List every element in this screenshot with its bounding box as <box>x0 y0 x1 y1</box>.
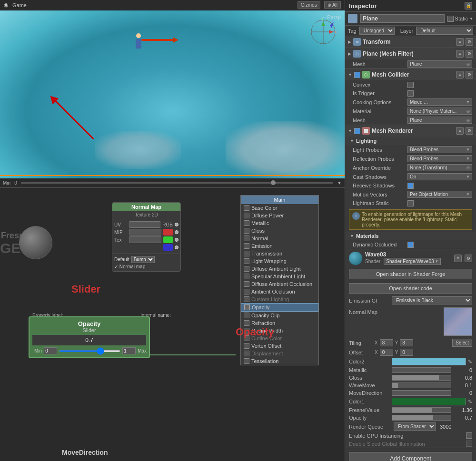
convex-checkbox[interactable] <box>407 82 414 88</box>
bump-select[interactable]: Bump <box>131 256 155 263</box>
all-button[interactable]: ⊕ All <box>324 1 341 9</box>
transform-arrow: ▶ <box>348 39 351 44</box>
wave-shader-dropdown[interactable]: Shader Forge/Wave03 ▼ <box>384 258 441 265</box>
add-component-button[interactable]: Add Component <box>349 452 472 461</box>
menu-cb-da <box>244 266 249 272</box>
cooking-options-value[interactable]: Mixed ... ▼ <box>407 98 472 106</box>
gizmos-button[interactable]: Gizmos <box>298 1 320 9</box>
dynamic-occluded-label: Dynamic Occluded <box>353 242 407 247</box>
obj-name-field[interactable] <box>360 14 445 23</box>
wave-mat-menu[interactable]: ≡ <box>454 255 462 262</box>
mesh-collider-checkbox[interactable] <box>354 72 360 78</box>
wave-mat-settings[interactable]: ⚙ <box>465 255 472 262</box>
mc-material-value[interactable]: None (Physic Materi... ◎ <box>407 108 472 115</box>
max-value-field[interactable] <box>122 347 136 354</box>
menu-opacity[interactable]: Opacity <box>241 303 318 312</box>
opacity-value: 0.7 <box>453 415 472 421</box>
color2-swatch[interactable] <box>392 358 466 365</box>
mesh-filter-settings-icon[interactable]: ⚙ <box>466 50 473 58</box>
mesh-filter-header[interactable]: ▶ ⊟ Plane (Mesh Filter) ≡ ⚙ <box>345 48 476 59</box>
tag-dropdown[interactable]: Untagged <box>359 27 395 35</box>
lighting-subheader[interactable]: ▼ Lighting <box>345 137 476 145</box>
menu-diffuse-ambient[interactable]: Diffuse Ambient Light <box>241 265 318 273</box>
tiling-y-field[interactable] <box>400 339 413 346</box>
offset-y-field[interactable] <box>400 349 413 356</box>
color2-edit-icon[interactable]: ✎ <box>468 359 472 365</box>
motion-vectors-row: Motion Vectors Per Object Motion ▼ <box>345 190 476 199</box>
mesh-renderer-checkbox[interactable] <box>354 128 360 134</box>
rgb-output[interactable] <box>175 223 178 226</box>
transform-icon: ⊕ <box>353 38 361 46</box>
mesh-renderer-header[interactable]: ▼ ⬜ Mesh Renderer ≡ ⚙ <box>345 125 476 137</box>
normal-map-preview[interactable] <box>444 307 472 336</box>
menu-gloss[interactable]: Gloss <box>241 227 318 235</box>
mesh-filter-section: ▶ ⊟ Plane (Mesh Filter) ≡ ⚙ Mesh Plane ◎ <box>345 48 476 69</box>
menu-custom-lighting[interactable]: Custom Lighting <box>241 295 318 303</box>
object-bar: Static ▼ <box>345 12 476 26</box>
menu-diffuse-power[interactable]: Diffuse Power <box>241 212 318 219</box>
reflection-probes-label: Reflection Probes <box>353 156 407 162</box>
mc-mesh-value[interactable]: Plane ◎ <box>407 117 472 124</box>
open-shader-forge-btn[interactable]: Open shader in Shader Forge <box>349 269 472 279</box>
min-value-field[interactable] <box>44 347 57 354</box>
cast-shadows-value[interactable]: On ▼ <box>407 173 472 180</box>
menu-light-wrapping[interactable]: Light Wrapping <box>241 257 318 265</box>
layer-dropdown[interactable]: Default <box>416 27 473 35</box>
r-output[interactable] <box>175 230 178 234</box>
menu-diffuse-ao[interactable]: Diffuse Ambient Occlusion <box>241 280 318 288</box>
transform-settings-icon[interactable]: ⚙ <box>466 38 473 46</box>
static-dropdown-arrow[interactable]: ▼ <box>469 17 473 21</box>
menu-vertex-offset[interactable]: Vertex Offset <box>241 342 318 350</box>
rgb-label: RGB <box>162 222 173 227</box>
lightmap-static-checkbox[interactable] <box>407 200 414 206</box>
mesh-renderer-settings-icon[interactable]: ⚙ <box>466 127 473 135</box>
inspector-header: Inspector 🔒 <box>345 0 476 12</box>
light-probes-value[interactable]: Blend Probes ▼ <box>407 146 472 153</box>
mesh-collider-menu-icon[interactable]: ≡ <box>456 71 464 78</box>
static-checkbox[interactable] <box>447 16 454 22</box>
g-output[interactable] <box>175 238 178 242</box>
slider-range-input[interactable] <box>59 350 120 352</box>
anchor-override-value[interactable]: None (Transform) ◎ <box>407 164 472 171</box>
is-trigger-checkbox[interactable] <box>407 90 414 97</box>
menu-tessellation[interactable]: Tessellation <box>241 357 318 365</box>
transform-menu-icon[interactable]: ≡ <box>456 38 464 46</box>
menu-opacity-clip[interactable]: Opacity Clip <box>241 312 318 319</box>
menu-normal[interactable]: Normal <box>241 235 318 242</box>
mesh-collider-header[interactable]: ▼ ⬡ Mesh Collider ≡ ⚙ <box>345 69 476 80</box>
menu-cb-lw <box>244 258 249 264</box>
menu-emission[interactable]: Emission <box>241 242 318 250</box>
mesh-filter-mesh-value[interactable]: Plane ◎ <box>407 60 472 68</box>
double-sided-checkbox[interactable] <box>466 441 472 447</box>
mesh-renderer-menu-icon[interactable]: ≡ <box>456 127 464 135</box>
light-probes-label: Light Probes <box>353 147 407 153</box>
inspector-lock-icon[interactable]: 🔒 <box>465 2 472 10</box>
menu-metallic[interactable]: Metallic <box>241 219 318 227</box>
select-btn[interactable]: Select <box>452 339 472 347</box>
mesh-filter-menu-icon[interactable]: ≡ <box>456 50 464 58</box>
tiling-x-field[interactable] <box>380 339 393 346</box>
emission-gi-dropdown[interactable]: Emissive Is Black <box>392 296 472 304</box>
enable-gpu-checkbox[interactable] <box>466 432 472 439</box>
mesh-collider-settings-icon[interactable]: ⚙ <box>466 71 473 78</box>
reflection-probes-value[interactable]: Blend Probes ▼ <box>407 155 472 162</box>
vp-bar-slider[interactable] <box>21 182 333 184</box>
menu-transmission[interactable]: Transmission <box>241 250 318 257</box>
offset-x-field[interactable] <box>380 349 393 356</box>
transform-header[interactable]: ▶ ⊕ Transform ≡ ⚙ <box>345 36 476 48</box>
menu-cb-vo <box>244 343 249 349</box>
menu-specular-ambient[interactable]: Specular Ambient Light <box>241 273 318 280</box>
dynamic-occluded-checkbox[interactable] <box>407 242 414 248</box>
render-queue-dropdown[interactable]: From Shader <box>394 422 436 431</box>
menu-displacement[interactable]: Displacement <box>241 350 318 357</box>
vp-bar-thumb[interactable] <box>271 180 276 185</box>
menu-base-color[interactable]: Base Color <box>241 204 318 212</box>
b-output[interactable] <box>175 245 178 249</box>
color1-swatch[interactable] <box>392 398 466 405</box>
slider-widget: Opacity Slider 0.7 Min Max <box>29 316 150 358</box>
color1-edit-icon[interactable]: ✎ <box>468 399 472 405</box>
receive-shadows-checkbox[interactable] <box>407 183 414 189</box>
open-shader-code-btn[interactable]: Open shader code <box>349 283 472 294</box>
motion-vectors-value[interactable]: Per Object Motion ▼ <box>407 191 472 198</box>
menu-ao[interactable]: Ambient Occlusion <box>241 288 318 295</box>
